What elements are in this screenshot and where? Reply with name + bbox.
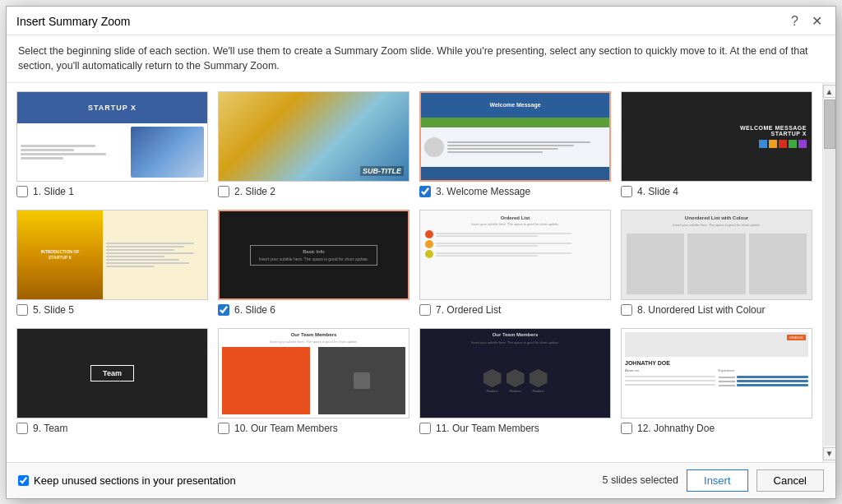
help-icon[interactable]: ? bbox=[788, 13, 802, 30]
slide-checkbox-10[interactable] bbox=[218, 423, 229, 434]
slide-label-text-9: 9. Team bbox=[33, 423, 67, 434]
slide-thumbnail-8[interactable]: Unordered List with Colour Insert your s… bbox=[621, 210, 812, 300]
slide-label-text-11: 11. Our Team Members bbox=[436, 423, 539, 434]
slides-selected-count: 5 slides selected bbox=[603, 474, 678, 486]
scrollbar[interactable]: ▲ ▼ bbox=[822, 83, 835, 462]
slide-item-9: Team 9. Team bbox=[16, 328, 208, 435]
slide-label-6: 6. Slide 6 bbox=[218, 303, 409, 317]
slide-thumbnail-6[interactable]: Basic Info Insert your subtitle here. Th… bbox=[218, 210, 409, 300]
insert-button[interactable]: Insert bbox=[687, 469, 748, 492]
slide-label-10: 10. Our Team Members bbox=[218, 422, 409, 435]
slide-thumbnail-9[interactable]: Team bbox=[16, 328, 208, 418]
slide-label-7: 7. Ordered List bbox=[419, 303, 611, 317]
slide-checkbox-3[interactable] bbox=[419, 186, 431, 197]
close-icon[interactable]: ✕ bbox=[808, 13, 826, 30]
slide-label-text-5: 5. Slide 5 bbox=[33, 304, 74, 316]
slide-checkbox-8[interactable] bbox=[621, 304, 632, 316]
scroll-thumb[interactable] bbox=[824, 99, 835, 149]
description-text: Select the beginning slide of each secti… bbox=[7, 35, 835, 84]
slide-label-1: 1. Slide 1 bbox=[16, 185, 208, 198]
slide-checkbox-4[interactable] bbox=[621, 186, 632, 197]
scroll-up-button[interactable]: ▲ bbox=[823, 85, 836, 98]
slide-thumbnail-2[interactable]: SUB-TITLE bbox=[218, 91, 409, 182]
title-bar: Insert Summary Zoom ? ✕ bbox=[7, 7, 835, 35]
slide-label-text-12: 12. Johnathy Doe bbox=[637, 423, 715, 434]
slide-checkbox-1[interactable] bbox=[16, 186, 28, 197]
slide-item-3: Welcome Message bbox=[419, 91, 611, 198]
footer: Keep unused sections in your presentatio… bbox=[7, 462, 835, 498]
slide-label-5: 5. Slide 5 bbox=[16, 303, 208, 317]
footer-left: Keep unused sections in your presentatio… bbox=[18, 474, 236, 487]
slide-label-text-1: 1. Slide 1 bbox=[33, 186, 74, 197]
slide-item-4: WELCOME MESSAGESTARTUP X bbox=[621, 91, 812, 198]
title-bar-controls: ? ✕ bbox=[788, 13, 826, 30]
slide-checkbox-7[interactable] bbox=[419, 304, 431, 316]
scroll-down-button[interactable]: ▼ bbox=[823, 447, 836, 460]
slide-label-9: 9. Team bbox=[16, 422, 208, 435]
scroll-track[interactable] bbox=[824, 99, 835, 446]
slide-label-text-3: 3. Welcome Message bbox=[436, 186, 530, 197]
slide-checkbox-12[interactable] bbox=[621, 423, 632, 434]
slide-label-8: 8. Unordered List with Colour bbox=[621, 303, 812, 317]
slide-item-6: Basic Info Insert your subtitle here. Th… bbox=[218, 210, 409, 317]
slide-thumbnail-3[interactable]: Welcome Message bbox=[419, 91, 611, 182]
slides-grid-wrapper: STARTUP X bbox=[7, 83, 822, 462]
slide-checkbox-11[interactable] bbox=[419, 423, 431, 434]
slide-item-5: INTRODUCTION OFSTARTUP X bbox=[16, 210, 208, 317]
keep-unused-checkbox[interactable] bbox=[18, 475, 29, 486]
slide-checkbox-5[interactable] bbox=[16, 304, 28, 316]
slide-thumbnail-11[interactable]: Our Team Members Insert your subtitle he… bbox=[419, 328, 611, 418]
cancel-button[interactable]: Cancel bbox=[756, 469, 824, 492]
slide-thumbnail-4[interactable]: WELCOME MESSAGESTARTUP X bbox=[621, 91, 812, 182]
slide-thumbnail-12[interactable]: ORANGE JOHNATHY DOE About me bbox=[621, 328, 812, 418]
slide-item-7: Ordered List Insert your subtitle here. … bbox=[419, 210, 611, 317]
slide-checkbox-6[interactable] bbox=[218, 304, 229, 316]
slide-item-11: Our Team Members Insert your subtitle he… bbox=[419, 328, 611, 435]
slide-label-11: 11. Our Team Members bbox=[419, 422, 611, 435]
slide-checkbox-2[interactable] bbox=[218, 186, 229, 197]
slide-item-12: ORANGE JOHNATHY DOE About me bbox=[621, 328, 812, 435]
slide-thumbnail-7[interactable]: Ordered List Insert your subtitle here. … bbox=[419, 210, 611, 300]
slide-label-4: 4. Slide 4 bbox=[621, 185, 812, 198]
slide-label-3: 3. Welcome Message bbox=[419, 185, 611, 198]
slide-label-text-4: 4. Slide 4 bbox=[637, 186, 678, 197]
slide-label-text-6: 6. Slide 6 bbox=[234, 304, 275, 316]
slide-thumbnail-10[interactable]: Our Team Members Insert your subtitle he… bbox=[218, 328, 409, 418]
footer-right: 5 slides selected Insert Cancel bbox=[603, 469, 824, 492]
slide-item-10: Our Team Members Insert your subtitle he… bbox=[218, 328, 409, 435]
slide-label-text-2: 2. Slide 2 bbox=[234, 186, 275, 197]
slides-grid: STARTUP X bbox=[16, 91, 812, 435]
slide-item-8: Unordered List with Colour Insert your s… bbox=[621, 210, 812, 317]
keep-unused-label: Keep unused sections in your presentatio… bbox=[34, 474, 236, 487]
slide-label-2: 2. Slide 2 bbox=[218, 185, 409, 198]
dialog: Insert Summary Zoom ? ✕ Select the begin… bbox=[6, 6, 836, 499]
slide-thumbnail-1[interactable]: STARTUP X bbox=[16, 91, 208, 182]
slide-thumbnail-5[interactable]: INTRODUCTION OFSTARTUP X bbox=[16, 210, 208, 300]
slide-label-text-10: 10. Our Team Members bbox=[234, 423, 338, 434]
team-label: Team bbox=[90, 365, 134, 381]
content-area: STARTUP X bbox=[7, 83, 835, 462]
slide-label-text-8: 8. Unordered List with Colour bbox=[637, 304, 765, 316]
slide-checkbox-9[interactable] bbox=[16, 423, 28, 434]
dialog-title: Insert Summary Zoom bbox=[16, 15, 130, 28]
slide-label-12: 12. Johnathy Doe bbox=[621, 422, 812, 435]
slide-item-1: STARTUP X bbox=[16, 91, 208, 198]
slide-item-2: SUB-TITLE 2. Slide 2 bbox=[218, 91, 409, 198]
slide-label-text-7: 7. Ordered List bbox=[436, 304, 501, 316]
